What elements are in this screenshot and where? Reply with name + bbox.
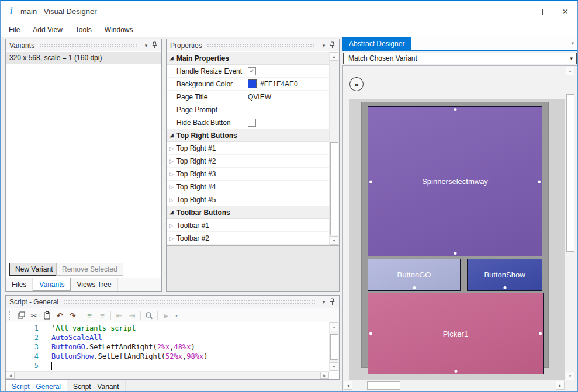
chevron-down-icon[interactable]: ▾ bbox=[320, 299, 328, 305]
undo-icon[interactable]: ↶ bbox=[53, 310, 66, 321]
scroll-down-icon[interactable]: ▼ bbox=[330, 362, 338, 371]
expand-views-button[interactable]: » bbox=[349, 77, 364, 91]
expand-icon[interactable]: ▷ bbox=[167, 145, 176, 151]
scrollbar-thumb[interactable] bbox=[367, 381, 400, 390]
property-row-background-color[interactable]: Background Color#FF1F4AE0 bbox=[167, 78, 329, 91]
property-row-top-right-buttons[interactable]: ◢Top Right Buttons bbox=[167, 129, 329, 142]
variant-match-dropdown[interactable]: Match Chosen Variant ▾ bbox=[343, 53, 577, 64]
anchor-dot[interactable] bbox=[413, 286, 416, 289]
copy-icon[interactable] bbox=[15, 310, 27, 321]
anchor-dot[interactable] bbox=[454, 108, 456, 111]
scroll-down-icon[interactable]: ▼ bbox=[330, 236, 338, 245]
designer-vertical-scrollbar[interactable]: ▲ ▼ bbox=[566, 67, 576, 380]
color-value[interactable]: #FF1F4AE0 bbox=[260, 80, 298, 88]
scrollbar-thumb[interactable] bbox=[330, 142, 338, 235]
properties-scrollbar[interactable]: ▲ ▼ bbox=[329, 52, 339, 245]
code-line[interactable]: 2AutoScaleAll bbox=[6, 333, 329, 342]
property-row-toolbar-2[interactable]: ▷Toolbar #2 bbox=[167, 232, 329, 245]
expand-icon[interactable]: ▷ bbox=[167, 158, 176, 164]
property-row-top-right-1[interactable]: ▷Top Right #1 bbox=[167, 142, 329, 155]
toolbar-grip[interactable] bbox=[9, 311, 12, 320]
expand-icon[interactable]: ▷ bbox=[167, 184, 176, 190]
tab-variants[interactable]: Variants bbox=[33, 278, 71, 291]
new-variant-button[interactable]: New Variant bbox=[9, 263, 58, 276]
pin-icon[interactable] bbox=[328, 41, 336, 49]
indent-icon[interactable]: ⇥ bbox=[126, 310, 139, 321]
property-row-toolbar-buttons[interactable]: ◢Toolbar Buttons bbox=[167, 206, 329, 219]
cut-icon[interactable]: ✂ bbox=[27, 310, 40, 321]
search-icon[interactable] bbox=[143, 310, 155, 321]
outdent-icon[interactable]: ⇤ bbox=[113, 310, 126, 321]
view-spinnerselectmway[interactable]: Spinnerselectmway bbox=[368, 106, 542, 256]
collapse-icon[interactable]: ◢ bbox=[167, 133, 176, 138]
design-surface[interactable]: Spinnerselectmway ButtonGO ButtonShow Pi… bbox=[349, 99, 565, 380]
checkbox[interactable]: ✔ bbox=[248, 67, 256, 75]
maximize-button[interactable] bbox=[529, 4, 549, 20]
chevron-down-icon[interactable]: ▾ bbox=[142, 43, 150, 48]
anchor-dot[interactable] bbox=[454, 252, 456, 255]
scroll-up-icon[interactable]: ▲ bbox=[330, 322, 338, 331]
anchor-dot[interactable] bbox=[454, 370, 457, 373]
chevron-down-icon[interactable]: ▾ bbox=[571, 40, 574, 46]
scroll-up-icon[interactable]: ▲ bbox=[566, 67, 574, 75]
property-row-top-right-5[interactable]: ▷Top Right #5 bbox=[167, 193, 329, 206]
expand-icon[interactable]: ▷ bbox=[167, 197, 176, 203]
anchor-dot[interactable] bbox=[539, 332, 542, 335]
editor-horizontal-scrollbar[interactable]: ◀ ▶ bbox=[6, 371, 329, 379]
uncomment-icon[interactable]: ≡ bbox=[96, 310, 109, 321]
collapse-icon[interactable]: ◢ bbox=[167, 55, 176, 61]
property-row-page-title[interactable]: Page TitleQVIEW bbox=[167, 91, 329, 103]
code-line[interactable]: 4ButtonShow.SetLeftAndRight(52%x,98%x) bbox=[6, 352, 329, 361]
scroll-up-icon[interactable]: ▲ bbox=[330, 52, 338, 61]
property-row-top-right-2[interactable]: ▷Top Right #2 bbox=[167, 155, 329, 168]
checkbox[interactable] bbox=[248, 119, 256, 127]
text-value[interactable]: QVIEW bbox=[248, 93, 271, 101]
menu-tools[interactable]: Tools bbox=[73, 25, 94, 35]
menu-windows[interactable]: Windows bbox=[102, 25, 136, 35]
chevron-down-icon[interactable]: ▾ bbox=[320, 43, 328, 48]
variant-item-selected[interactable]: 320 x 568, scale = 1 (160 dpi) bbox=[6, 52, 161, 64]
scrollbar-thumb[interactable] bbox=[330, 334, 338, 360]
tab-views-tree[interactable]: Views Tree bbox=[71, 278, 117, 291]
menu-add-view[interactable]: Add View bbox=[30, 25, 64, 35]
anchor-dot[interactable] bbox=[503, 286, 506, 289]
scroll-down-icon[interactable]: ▼ bbox=[566, 372, 574, 380]
pin-icon[interactable] bbox=[150, 41, 158, 49]
scroll-left-icon[interactable]: ◀ bbox=[6, 372, 15, 379]
toolbar-overflow-icon[interactable]: ▾ bbox=[172, 310, 181, 321]
run-script-icon[interactable]: ▶ bbox=[160, 310, 172, 321]
code-line[interactable]: 3ButtonGO.SetLeftAndRight(2%x,48%x) bbox=[6, 342, 329, 352]
view-picker1[interactable]: Picker1 bbox=[368, 293, 544, 374]
redo-icon[interactable]: ↷ bbox=[66, 310, 79, 321]
anchor-dot[interactable] bbox=[369, 180, 372, 183]
close-button[interactable]: ✕ bbox=[555, 4, 575, 20]
comment-icon[interactable]: ≡ bbox=[83, 310, 96, 321]
remove-selected-button[interactable]: Remove Selected bbox=[56, 263, 123, 276]
tab-files[interactable]: Files bbox=[6, 278, 33, 291]
designer-horizontal-scrollbar[interactable]: ◀ ▶ bbox=[344, 381, 565, 391]
scroll-right-icon[interactable]: ▶ bbox=[556, 381, 565, 390]
expand-icon[interactable]: ▷ bbox=[167, 235, 176, 241]
property-row-handle-resize-event[interactable]: Handle Resize Event✔ bbox=[167, 65, 329, 78]
scrollbar-thumb[interactable] bbox=[566, 94, 574, 252]
menu-file[interactable]: File bbox=[6, 25, 22, 35]
property-row-top-right-4[interactable]: ▷Top Right #4 bbox=[167, 181, 329, 193]
pin-icon[interactable] bbox=[328, 298, 336, 306]
property-row-toolbar-1[interactable]: ▷Toolbar #1 bbox=[167, 219, 329, 232]
tab-script-general[interactable]: Script - General bbox=[5, 380, 67, 392]
expand-icon[interactable]: ▷ bbox=[167, 171, 176, 177]
scroll-left-icon[interactable]: ◀ bbox=[344, 381, 352, 390]
property-row-hide-back-button[interactable]: Hide Back Button bbox=[167, 116, 329, 129]
code-line[interactable]: 1'All variants script bbox=[6, 324, 329, 333]
anchor-dot[interactable] bbox=[538, 180, 541, 183]
script-editor[interactable]: 1'All variants script2AutoScaleAll3Butto… bbox=[6, 322, 329, 371]
property-row-main-properties[interactable]: ◢Main Properties bbox=[167, 52, 329, 65]
property-row-top-right-3[interactable]: ▷Top Right #3 bbox=[167, 168, 329, 181]
collapse-icon[interactable]: ◢ bbox=[167, 210, 176, 215]
color-swatch[interactable] bbox=[248, 79, 257, 88]
editor-vertical-scrollbar[interactable]: ▲ ▼ bbox=[329, 322, 339, 371]
expand-icon[interactable]: ▷ bbox=[167, 223, 176, 228]
paste-icon[interactable] bbox=[40, 310, 53, 321]
view-buttongo[interactable]: ButtonGO bbox=[368, 259, 461, 291]
property-row-page-prompt[interactable]: Page Prompt bbox=[167, 103, 329, 116]
